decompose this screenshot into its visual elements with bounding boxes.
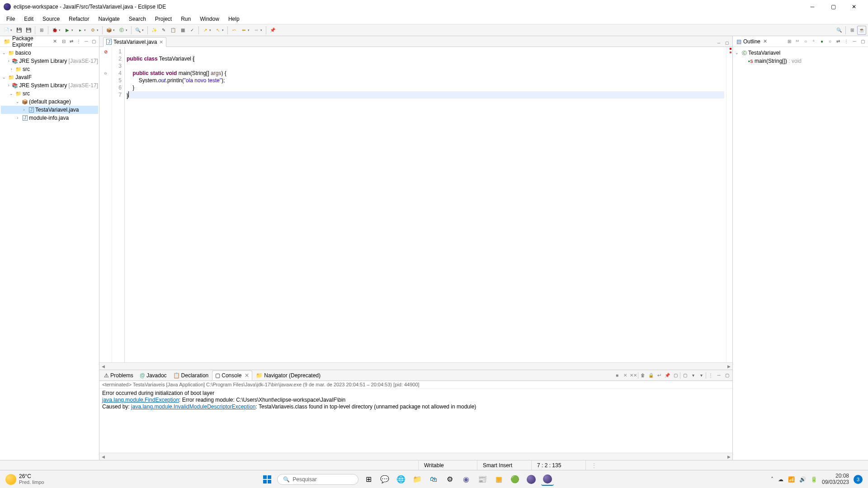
search-button[interactable]: 🔍 (133, 26, 142, 35)
eclipse-icon-active[interactable] (541, 473, 554, 486)
menu-edit[interactable]: Edit (19, 14, 38, 24)
taskbar-search[interactable]: 🔍Pesquisar (277, 474, 359, 485)
close-button[interactable]: ✕ (844, 0, 864, 14)
scroll-right-icon[interactable]: ▶ (725, 364, 732, 369)
error-overview-marker[interactable] (730, 48, 731, 50)
tree-src-folder[interactable]: ⌄📁src (1, 89, 98, 98)
wand-icon[interactable]: ✨ (150, 26, 159, 35)
code-area[interactable]: public class TestaVariavel { public stat… (125, 47, 726, 362)
error-overview-marker[interactable] (730, 52, 731, 53)
view-menu-button[interactable]: ⋮ (843, 38, 850, 45)
menu-project[interactable]: Project (151, 14, 176, 24)
remove-launch-button[interactable]: ✕ (622, 372, 629, 379)
scroll-right-icon[interactable]: ▶ (725, 455, 732, 459)
store-icon[interactable]: 🛍 (427, 473, 440, 486)
dropdown-icon[interactable]: ▾ (10, 28, 14, 32)
debug-button[interactable]: 🐞 (50, 26, 59, 35)
remove-all-button[interactable]: ✕✕ (630, 372, 637, 379)
dropdown-icon[interactable]: ▾ (84, 28, 88, 32)
dropdown-icon[interactable]: ▾ (260, 28, 264, 32)
menu-help[interactable]: Help (224, 14, 244, 24)
menu-navigate[interactable]: Navigate (94, 14, 124, 24)
clear-console-button[interactable]: 🗑 (639, 372, 646, 379)
new-console-button[interactable]: ▾ (689, 372, 697, 379)
forward-button[interactable]: ➡ (252, 26, 261, 35)
external-tools-button[interactable]: ⚙ (88, 26, 97, 35)
eclipse-icon[interactable] (525, 473, 538, 486)
maximize-view-button[interactable]: ▢ (90, 38, 97, 45)
scroll-left-icon[interactable]: ◀ (99, 455, 107, 459)
coverage-button[interactable]: ▸ (75, 26, 85, 35)
settings-icon[interactable]: ⚙ (443, 473, 456, 486)
volume-icon[interactable]: 🔊 (799, 476, 806, 483)
hide-fields-button[interactable]: ○ (802, 38, 809, 45)
dropdown-icon[interactable]: ▾ (97, 28, 100, 32)
save-button[interactable]: 💾 (14, 26, 24, 35)
dropdown-icon[interactable]: ▾ (126, 28, 129, 32)
maximize-view-button[interactable]: ▢ (859, 38, 866, 45)
dropdown-icon[interactable]: ▾ (59, 28, 62, 32)
new-class-button[interactable]: Ⓒ (117, 26, 126, 35)
dropdown-icon[interactable]: ▾ (222, 28, 226, 32)
start-button[interactable] (261, 473, 274, 486)
console-horizontal-scrollbar[interactable]: ◀▶ (99, 453, 732, 460)
open-type-button[interactable]: ⊞ (37, 26, 46, 35)
menu-refactor[interactable]: Refactor (64, 14, 94, 24)
tree-default-package[interactable]: ⌄📦(default package) (1, 98, 98, 106)
tree-file-moduleinfo[interactable]: ›🄹module-info.java (1, 114, 98, 122)
next-annotation-button[interactable]: ↗ (201, 26, 210, 35)
taskbar-weather[interactable]: 26°CPred. limpo (5, 474, 44, 485)
sublime-icon[interactable]: ▦ (492, 473, 505, 486)
hide-local-button[interactable]: ○ (826, 38, 834, 45)
explorer-icon[interactable]: 📁 (411, 473, 424, 486)
close-icon[interactable]: ✕ (53, 38, 57, 44)
console-output[interactable]: Error occurred during initialization of … (99, 389, 732, 453)
close-icon[interactable]: ✕ (245, 372, 249, 379)
dropdown-icon[interactable]: ▾ (142, 28, 146, 32)
tab-javadoc[interactable]: @Javadoc (137, 371, 170, 380)
error-marker-icon[interactable]: ⊘ (99, 48, 112, 55)
block-button[interactable]: ▦ (178, 26, 187, 35)
scroll-lock-button[interactable]: 🔒 (647, 372, 655, 379)
tab-console[interactable]: ▢Console✕ (212, 371, 252, 380)
outline-method-main[interactable]: ●smain(String[]) : void (734, 57, 867, 65)
open-perspective-button[interactable]: ⊞ (848, 26, 857, 35)
menu-source[interactable]: Source (38, 14, 64, 24)
pin-button[interactable]: 📌 (268, 26, 277, 35)
task-view-button[interactable]: ⊞ (362, 473, 375, 486)
editor-tab-testavariavel[interactable]: 🄹 TestaVariavel.java ✕ (103, 37, 166, 47)
editor-horizontal-scrollbar[interactable]: ◀▶ (99, 362, 732, 370)
dropdown-icon[interactable]: ▾ (113, 28, 117, 32)
java-perspective-button[interactable]: ☕ (857, 26, 866, 35)
hide-static-button[interactable]: ˢ (810, 38, 817, 45)
outline-tab[interactable]: ▤ Outline ✕ (735, 38, 769, 46)
new-package-button[interactable]: 📦 (104, 26, 113, 35)
close-icon[interactable]: ✕ (159, 39, 163, 45)
chevron-up-icon[interactable]: ˄ (771, 476, 774, 483)
dropdown-icon[interactable]: ▾ (248, 28, 251, 32)
tree-project-javaif[interactable]: ⌄📁JavaIF (1, 73, 98, 81)
prev-annotation-button[interactable]: ↖ (213, 26, 222, 35)
view-menu-button[interactable]: ⋮ (707, 372, 714, 379)
toggle-button[interactable]: 📋 (169, 26, 178, 35)
hide-nonpublic-button[interactable]: ● (818, 38, 826, 45)
package-explorer-tab[interactable]: 📁 Package Explorer ✕ (2, 34, 59, 49)
save-all-button[interactable]: 💾 (24, 26, 33, 35)
menu-window[interactable]: Window (195, 14, 224, 24)
maximize-view-button[interactable]: ▢ (723, 372, 731, 379)
quick-access-button[interactable]: 🔍 (835, 26, 844, 35)
mark-button[interactable]: ✓ (188, 26, 197, 35)
app-icon[interactable]: ◉ (460, 473, 472, 486)
onedrive-icon[interactable]: ☁ (778, 476, 783, 483)
focus-button[interactable]: ⊞ (786, 38, 793, 45)
tab-problems[interactable]: ⚠Problems (101, 371, 136, 380)
word-wrap-button[interactable]: ↩ (656, 372, 663, 379)
menu-search[interactable]: Search (124, 14, 151, 24)
tree-jre-library[interactable]: ›📚JRE System Library [JavaSE-17] (1, 81, 98, 89)
menu-run[interactable]: Run (176, 14, 195, 24)
chrome-icon[interactable]: 🟢 (509, 473, 521, 486)
back-button[interactable]: ⬅ (239, 26, 248, 35)
overview-ruler[interactable] (726, 47, 732, 362)
annotation-button[interactable]: ✎ (159, 26, 168, 35)
new-button[interactable]: 📄 (2, 26, 11, 35)
